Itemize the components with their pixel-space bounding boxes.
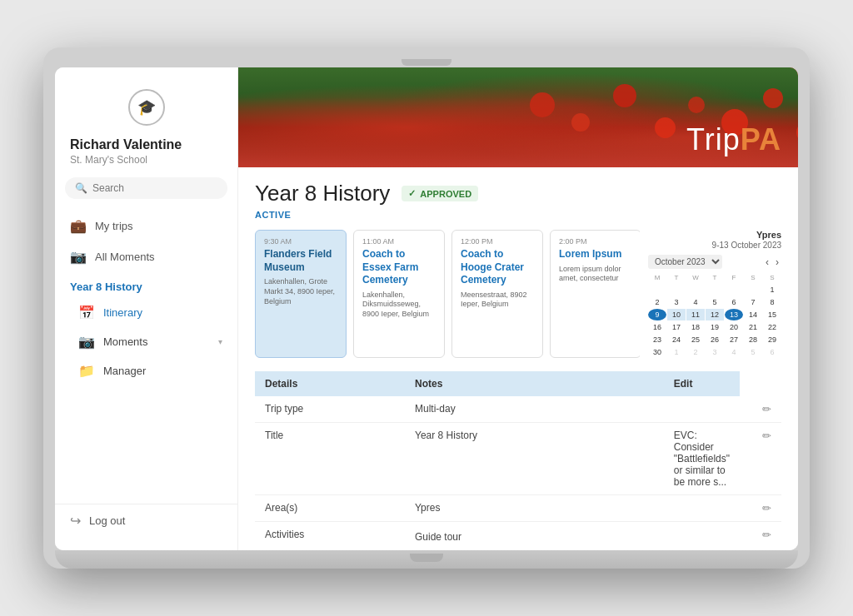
active-label: ACTIVE <box>255 210 781 220</box>
cal-day[interactable] <box>725 284 743 296</box>
cal-day-9[interactable]: 9 <box>648 309 666 320</box>
cal-day[interactable]: 20 <box>725 321 743 333</box>
edit-icon[interactable]: ✏ <box>762 403 771 415</box>
cal-day[interactable]: 25 <box>686 334 705 345</box>
cal-day-11[interactable]: 11 <box>686 309 705 320</box>
cal-day[interactable]: 30 <box>648 346 666 358</box>
event-address: Lakenhallen, Grote Markt 34, 8900 Ieper,… <box>264 277 337 306</box>
event-name: Coach to Hooge Crater Cemetery <box>461 248 534 287</box>
detail-value: Ypres <box>405 495 664 522</box>
cal-day[interactable]: 2 <box>648 296 666 308</box>
month-select[interactable]: October 2023 <box>648 255 722 269</box>
sidebar-item-label: My trips <box>95 220 133 232</box>
check-icon: ✓ <box>408 188 416 199</box>
sidebar-item-label: All Moments <box>95 251 155 263</box>
detail-notes <box>664 396 740 423</box>
cal-day[interactable]: 17 <box>667 321 686 333</box>
cal-day[interactable]: 24 <box>667 334 686 345</box>
cal-day[interactable]: 3 <box>667 296 686 308</box>
app-title-trip: Trip <box>686 122 741 156</box>
cal-day[interactable]: 3 <box>706 346 724 358</box>
cal-day[interactable]: 16 <box>648 321 666 333</box>
edit-cell[interactable]: ✏ <box>740 522 781 551</box>
logout-icon: ↪ <box>70 513 81 529</box>
cal-day[interactable] <box>744 284 762 296</box>
sidebar-sub-label: Itinerary <box>103 306 142 319</box>
cal-day[interactable]: 22 <box>763 321 781 333</box>
event-address: Lorem ipsum dolor amet, consectetur <box>559 265 632 284</box>
day-header-m: M <box>648 272 666 283</box>
cal-day[interactable]: 29 <box>763 334 781 345</box>
page-header: Year 8 History ✓ APPROVED <box>255 181 781 206</box>
event-time: 2:00 PM <box>559 237 632 246</box>
cal-day[interactable]: 6 <box>763 346 781 358</box>
event-card-0[interactable]: 9:30 AM Flanders Field Museum Lakenhalle… <box>255 230 347 358</box>
app-title: TripPA <box>686 122 781 157</box>
edit-cell[interactable]: ✏ <box>740 423 781 495</box>
cal-day[interactable]: 1 <box>763 284 781 296</box>
cal-day[interactable] <box>686 284 705 296</box>
logout-button[interactable]: ↪ Log out <box>55 504 237 537</box>
cal-day[interactable]: 1 <box>667 346 686 358</box>
event-address: Lakenhallen, Diksmuidsseweg, 8900 Ieper,… <box>362 291 436 320</box>
cal-day-13[interactable]: 13 <box>725 309 743 320</box>
cal-day[interactable]: 6 <box>725 296 743 308</box>
activities-list: Guide tourLandmarkMuseum <box>415 529 654 550</box>
cal-day-12[interactable]: 12 <box>706 309 724 320</box>
cal-day[interactable]: 27 <box>725 334 743 345</box>
edit-icon[interactable]: ✏ <box>762 430 771 442</box>
cal-day[interactable]: 14 <box>744 309 762 320</box>
col-header-edit: Edit <box>664 371 740 396</box>
cal-day[interactable]: 5 <box>744 346 762 358</box>
edit-icon[interactable]: ✏ <box>762 502 771 514</box>
sidebar-item-manager[interactable]: 📁 Manager <box>55 356 237 385</box>
cal-day[interactable]: 7 <box>744 296 762 308</box>
search-input[interactable] <box>92 182 217 194</box>
sidebar-item-my-trips[interactable]: 💼 My trips <box>55 211 237 241</box>
calendar-dates: 9-13 October 2023 <box>648 241 781 250</box>
edit-cell[interactable]: ✏ <box>740 396 781 423</box>
event-card-2[interactable]: 12:00 PM Coach to Hooge Crater Cemetery … <box>451 230 543 358</box>
event-card-1[interactable]: 11:00 AM Coach to Essex Farm Cemetery La… <box>353 230 445 358</box>
cal-day[interactable]: 15 <box>763 309 781 320</box>
sidebar-item-moments[interactable]: 📷 Moments ▾ <box>55 327 237 356</box>
cal-day[interactable]: 4 <box>686 296 705 308</box>
sidebar-item-all-moments[interactable]: 📷 All Moments <box>55 241 237 272</box>
edit-icon[interactable]: ✏ <box>762 529 771 541</box>
camera-icon: 📷 <box>70 249 87 265</box>
search-icon: 🔍 <box>75 182 87 194</box>
cal-day[interactable]: 18 <box>686 321 705 333</box>
cal-day-10[interactable]: 10 <box>667 309 686 320</box>
approved-label: APPROVED <box>420 189 471 199</box>
cal-day[interactable]: 4 <box>725 346 743 358</box>
table-body: Trip type Multi-day ✏ Title Year 8 Histo… <box>255 396 781 550</box>
edit-cell[interactable]: ✏ <box>740 495 781 522</box>
active-section-label: Year 8 History <box>55 272 237 298</box>
folder-icon: 📁 <box>78 363 95 379</box>
calendar-prev-button[interactable]: ‹ <box>763 256 771 268</box>
cal-day[interactable]: 26 <box>706 334 724 345</box>
cal-day[interactable] <box>667 284 686 296</box>
search-bar[interactable]: 🔍 <box>65 177 227 199</box>
cal-day[interactable] <box>648 284 666 296</box>
event-time: 9:30 AM <box>264 237 337 246</box>
detail-value: Year 8 History <box>405 423 664 495</box>
calendar-next-button[interactable]: › <box>773 256 781 268</box>
cal-day[interactable]: 8 <box>763 296 781 308</box>
cal-day[interactable] <box>706 284 724 296</box>
event-card-3[interactable]: 2:00 PM Lorem Ipsum Lorem ipsum dolor am… <box>550 230 640 358</box>
mini-calendar: Ypres 9-13 October 2023 October 2023 ‹ › <box>648 230 781 358</box>
col-header-notes: Notes <box>405 371 664 396</box>
cal-day[interactable]: 2 <box>686 346 705 358</box>
cal-day[interactable]: 21 <box>744 321 762 333</box>
cal-day[interactable]: 23 <box>648 334 666 345</box>
detail-label: Activities <box>255 522 405 551</box>
user-school: St. Mary's School <box>55 154 237 177</box>
sidebar-item-itinerary[interactable]: 📅 Itinerary <box>55 298 237 327</box>
cal-day[interactable]: 19 <box>706 321 724 333</box>
cal-day[interactable]: 28 <box>744 334 762 345</box>
chevron-down-icon: ▾ <box>218 337 222 346</box>
cal-day[interactable]: 5 <box>706 296 724 308</box>
detail-notes: EVC: Consider "Battlefields" or similar … <box>664 423 740 495</box>
logo-icon: 🎓 <box>128 89 165 126</box>
